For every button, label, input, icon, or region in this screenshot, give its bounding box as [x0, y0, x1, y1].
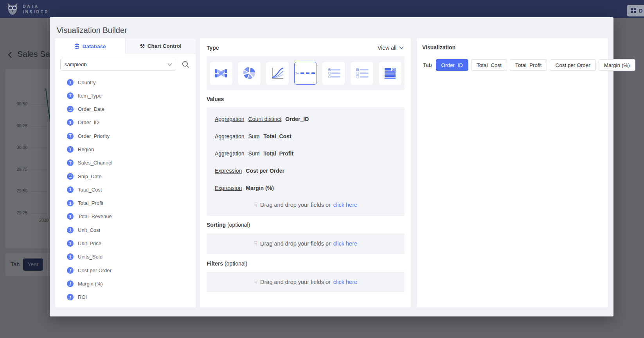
field-name: Margin (%) [78, 281, 103, 287]
field-name: Sales_Channel [78, 160, 112, 166]
visualization-builder-modal: Visualization Builder Database ⚒ Chart C… [50, 17, 613, 316]
sankey-icon [214, 66, 228, 80]
values-row-link[interactable]: Expression [215, 168, 242, 174]
sorting-dropzone[interactable]: ☟ Drag and drop your fields or click her… [254, 240, 357, 247]
sorting-heading: Sorting (optional) [207, 222, 250, 228]
values-row-link[interactable]: Expression [215, 185, 242, 191]
field-item[interactable]: Ship_Date [67, 172, 196, 180]
sorting-heading-label: Sorting [207, 222, 226, 228]
drag-hand-icon: ☟ [254, 201, 257, 208]
dashboard-nav-button[interactable]: D [627, 5, 644, 16]
brand-line-2: INSIDER [23, 9, 49, 14]
panel-tabs: Database ⚒ Chart Control [55, 38, 196, 54]
values-row-field: Total_Cost [263, 133, 291, 139]
viz-tab-button[interactable]: Order_ID [436, 59, 469, 71]
field-list: T Country T Item_Type Order_Date 1 Order… [55, 78, 196, 307]
tab-chart-control[interactable]: ⚒ Chart Control [125, 38, 196, 54]
view-all-button[interactable]: View all [378, 45, 404, 51]
field-type-text-icon: T [67, 92, 74, 99]
field-item[interactable]: ƒ ROI [67, 293, 196, 301]
values-row-link[interactable]: Aggregation [215, 150, 245, 157]
field-item[interactable]: ƒ Margin (%) [67, 280, 196, 287]
database-icon [74, 43, 79, 49]
click-here-link[interactable]: click here [333, 202, 357, 208]
values-row-link[interactable]: Sum [248, 150, 260, 157]
field-type-text-icon: T [67, 159, 74, 166]
field-type-number-icon: 1 [67, 240, 74, 247]
values-heading: Values [207, 96, 224, 102]
chart-type-tab[interactable]: Tab [294, 62, 317, 85]
viz-tab-label: Tab [423, 62, 432, 68]
values-row: AggregationSum Total_Cost [215, 132, 405, 140]
field-name: Total_Revenue [78, 213, 112, 219]
viz-tab-button[interactable]: Total_Profit [510, 59, 547, 71]
field-type-number-icon: 1 [67, 253, 74, 260]
field-type-date-icon [67, 173, 74, 180]
viz-tab-button[interactable]: Total_Cost [471, 59, 507, 71]
pie-icon [242, 66, 256, 80]
chart-type-table[interactable] [379, 62, 401, 85]
chart-type-sankey[interactable] [210, 62, 232, 85]
tools-icon: ⚒ [140, 43, 145, 49]
visualization-panel: Visualization Tab Order_ID Total_Cost To… [417, 38, 608, 307]
field-item[interactable]: 1 Unit_Price [67, 240, 196, 248]
field-type-number-icon: 1 [67, 213, 74, 220]
field-item[interactable]: T Region [67, 145, 196, 153]
filters-dropzone-box: ☟ Drag and drop your fields or click her… [207, 272, 405, 292]
field-item[interactable]: 1 Unit_Cost [67, 226, 196, 234]
brand-line-1: DATA [23, 4, 49, 9]
radio-list-icon [327, 66, 341, 80]
field-item[interactable]: T Country [67, 78, 196, 86]
chart-type-radio-list[interactable] [322, 62, 345, 85]
click-here-link[interactable]: click here [333, 279, 357, 285]
field-name: Order_Date [78, 106, 104, 112]
viz-tab-button[interactable]: Margin (%) [599, 59, 635, 71]
app-root: Sales Sa 30.50 30.25 30.00 29.75 29.50 2… [0, 0, 644, 338]
field-item[interactable]: T Order_Priority [67, 132, 196, 140]
sorting-optional-label: (optional) [227, 222, 250, 228]
field-item[interactable]: T Item_Type [67, 92, 196, 99]
top-navbar: DATA INSIDER D [0, 0, 644, 18]
values-row-field: Order_ID [285, 116, 309, 122]
field-item[interactable]: 1 Order_ID [67, 119, 196, 127]
dashboard-button-label: D [639, 8, 642, 14]
database-select[interactable]: sampledb [60, 59, 176, 70]
values-row-link[interactable]: Sum [248, 133, 260, 139]
filters-dropzone[interactable]: ☟ Drag and drop your fields or click her… [254, 278, 357, 286]
chart-type-pie[interactable] [238, 62, 261, 85]
values-dropzone[interactable]: ☟ Drag and drop your fields or click her… [207, 201, 405, 208]
field-item[interactable]: 1 Total_Cost [67, 186, 196, 193]
tab-widget-icon: Tab [295, 72, 316, 74]
filters-heading-label: Filters [207, 260, 223, 267]
values-row: AggregationCount distinct Order_ID [215, 115, 405, 123]
dropzone-text: Drag and drop your fields or [260, 240, 331, 247]
click-here-link[interactable]: click here [333, 240, 357, 247]
field-type-number-icon: 1 [67, 186, 74, 193]
values-row-link[interactable]: Aggregation [215, 133, 245, 139]
values-row-field: Margin (%) [246, 185, 274, 191]
chart-type-checkbox-list[interactable] [351, 62, 373, 85]
database-panel: Database ⚒ Chart Control sampledb T Coun… [55, 38, 196, 307]
values-row-field: Cost per Order [246, 168, 284, 174]
field-item[interactable]: Order_Date [67, 105, 196, 113]
chevron-down-icon [399, 46, 404, 49]
field-item[interactable]: 1 Total_Profit [67, 199, 196, 207]
chart-type-line[interactable] [266, 62, 289, 85]
field-name: Order_ID [78, 119, 99, 125]
field-item[interactable]: 1 Units_Sold [67, 253, 196, 261]
tab-database[interactable]: Database [55, 38, 125, 54]
values-row-link[interactable]: Count distinct [248, 116, 282, 122]
values-row-link[interactable]: Aggregation [215, 116, 245, 122]
field-name: Cost per Order [78, 268, 112, 273]
field-item[interactable]: T Sales_Channel [67, 159, 196, 167]
field-item[interactable]: ƒ Cost per Order [67, 266, 196, 274]
viz-tab-button[interactable]: Cost per Order [550, 59, 595, 71]
search-icon[interactable] [182, 61, 189, 68]
tab-icon-label: Tab [295, 72, 299, 74]
field-item[interactable]: 1 Total_Revenue [67, 213, 196, 221]
chart-config-panel: Type View all [200, 38, 411, 307]
field-type-function-icon: ƒ [67, 280, 74, 287]
table-dropdown-icon [383, 66, 397, 80]
field-type-text-icon: T [67, 146, 74, 153]
field-type-number-icon: 1 [67, 119, 74, 126]
